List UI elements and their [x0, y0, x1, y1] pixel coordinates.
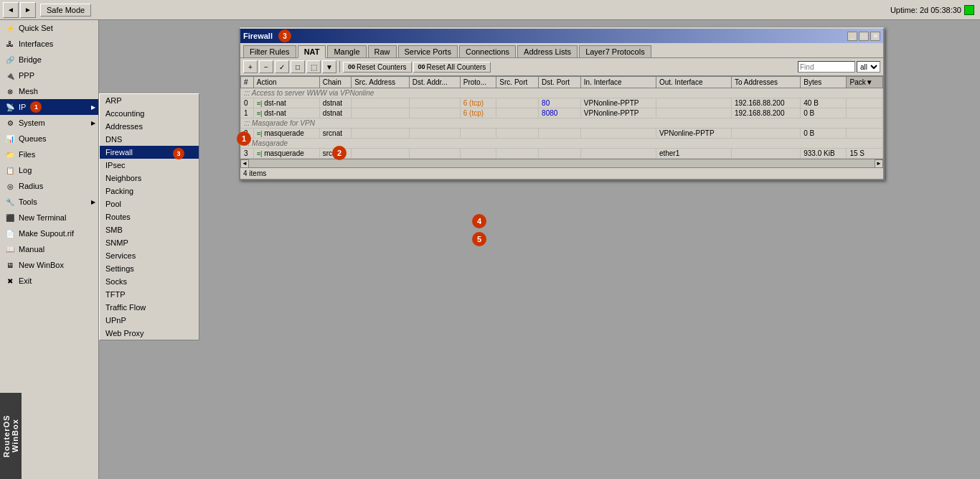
table-row[interactable]: 1 ≡| dst-nat dstnat 6 (tcp) 8080 VPNonli… [241, 108, 883, 118]
ip-menu-traffic-flow[interactable]: Traffic Flow [100, 301, 199, 314]
cell-in-interface [580, 149, 656, 159]
cell-in-interface: VPNonline-PPTP [580, 108, 656, 118]
ip-menu-dns[interactable]: DNS [100, 133, 199, 146]
tab-nat[interactable]: NAT [298, 45, 326, 58]
firewall-statusbar: 4 items [240, 167, 883, 179]
back-button[interactable]: ◄ [3, 2, 19, 18]
sidebar-item-ppp[interactable]: 🔌 PPP [0, 68, 98, 83]
col-action[interactable]: Action [253, 77, 319, 88]
sidebar-item-new-winbox[interactable]: 🖥 New WinBox [0, 257, 98, 273]
ip-menu-snmp[interactable]: SNMP [100, 236, 199, 249]
new-winbox-icon: 🖥 [4, 259, 16, 271]
col-chain[interactable]: Chain [319, 77, 351, 88]
ip-menu-ipsec[interactable]: IPsec [100, 159, 199, 172]
toolbar-separator [339, 61, 340, 73]
scroll-right-button[interactable]: ► [875, 159, 883, 168]
cell-proto [460, 129, 496, 139]
ip-menu-addresses[interactable]: Addresses [100, 120, 199, 133]
ip-menu-firewall[interactable]: Firewall 3 [100, 146, 199, 159]
system-arrow-icon: ▶ [91, 120, 95, 126]
table-row[interactable]: 0 ≡| dst-nat dstnat 6 (tcp) 80 VPNonline… [241, 98, 883, 108]
safe-mode-button[interactable]: Safe Mode [40, 4, 91, 17]
tab-raw[interactable]: Raw [368, 45, 397, 57]
sidebar-item-files[interactable]: 📁 Files [0, 147, 98, 162]
ip-menu-packing[interactable]: Packing [100, 185, 199, 197]
cell-to-addresses [731, 149, 800, 159]
enable-button[interactable]: ✓ [275, 60, 289, 73]
search-filter-select[interactable]: all [857, 61, 880, 73]
sidebar-item-exit[interactable]: ✖ Exit [0, 273, 98, 289]
copy-button[interactable]: □ [291, 60, 305, 73]
group-label-www: ::: Access to server WWW via VPNonline [241, 88, 883, 98]
cell-src-port [496, 98, 539, 108]
ip-menu-services[interactable]: Services [100, 249, 199, 262]
search-input[interactable] [798, 61, 855, 73]
firewall-titlebar: Firewall 3 _ □ ✕ [240, 29, 883, 43]
ip-menu-smb[interactable]: SMB [100, 223, 199, 236]
ip-menu-routes[interactable]: Routes [100, 210, 199, 223]
sidebar-item-new-terminal[interactable]: ⬛ New Terminal [0, 210, 98, 225]
reset-all-counters-button[interactable]: 00 Reset All Counters [413, 62, 491, 73]
ip-menu-neighbors[interactable]: Neighbors [100, 172, 199, 185]
sidebar-item-radius[interactable]: ◎ Radius [0, 178, 98, 194]
col-dst-port[interactable]: Dst. Port [539, 77, 581, 88]
col-src-port[interactable]: Src. Port [496, 77, 539, 88]
ip-menu-settings[interactable]: Settings [100, 262, 199, 275]
table-row[interactable]: 2 ≡| masquerade srcnat VPNonline-PPTP 0 [241, 129, 883, 139]
col-num[interactable]: # [241, 77, 254, 88]
filter-button[interactable]: ▼ [322, 60, 336, 73]
group-label-vpn: ::: Masqarade for VPN [241, 118, 883, 129]
scroll-track[interactable] [249, 159, 875, 167]
tab-filter-rules[interactable]: Filter Rules [243, 45, 296, 57]
forward-button[interactable]: ► [20, 2, 36, 18]
col-proto[interactable]: Proto... [460, 77, 496, 88]
col-packets[interactable]: Pack▼ [847, 77, 883, 88]
firewall-dropdown-badge: 3 [173, 148, 184, 159]
col-in-interface[interactable]: In. Interface [580, 77, 656, 88]
tab-service-ports[interactable]: Service Ports [398, 45, 458, 57]
cell-action: ≡| masquerade [253, 149, 319, 159]
sidebar-item-tools[interactable]: 🔧 Tools ▶ [0, 194, 98, 210]
ip-menu-arp[interactable]: ARP [100, 94, 199, 107]
sidebar-item-log[interactable]: 📋 Log [0, 162, 98, 178]
tab-connections[interactable]: Connections [459, 45, 516, 57]
sidebar-item-quick-set[interactable]: ⚡ Quick Set [0, 20, 98, 36]
sidebar-item-queues[interactable]: 📊 Queues [0, 131, 98, 147]
col-out-interface[interactable]: Out. Interface [656, 77, 731, 88]
ip-menu-socks[interactable]: Socks [100, 275, 199, 288]
remove-button[interactable]: − [259, 60, 273, 73]
ip-menu-upnp[interactable]: UPnP [100, 314, 199, 327]
tab-layer7[interactable]: Layer7 Protocols [579, 45, 651, 57]
ppp-icon: 🔌 [4, 70, 16, 81]
sidebar-item-mesh[interactable]: ⊗ Mesh [0, 83, 98, 99]
sidebar-item-bridge[interactable]: 🔗 Bridge [0, 52, 98, 68]
ip-menu-web-proxy[interactable]: Web Proxy [100, 327, 199, 340]
reset-counters-button[interactable]: 00 Reset Counters [343, 62, 412, 73]
scroll-left-button[interactable]: ◄ [240, 159, 249, 168]
uptime-led [964, 5, 974, 15]
tab-mangle[interactable]: Mangle [327, 45, 366, 57]
sidebar-item-ip[interactable]: 📡 IP 1 ▶ [0, 99, 98, 115]
cell-out-interface [656, 98, 731, 108]
cell-bytes: 933.0 KiB [801, 149, 847, 159]
sidebar-item-make-supout[interactable]: 📄 Make Supout.rif [0, 225, 98, 241]
tab-address-lists[interactable]: Address Lists [517, 45, 578, 57]
interfaces-icon: 🖧 [4, 38, 16, 50]
close-button[interactable]: ✕ [870, 32, 880, 41]
sidebar-item-interfaces[interactable]: 🖧 Interfaces [0, 36, 98, 52]
add-button[interactable]: + [243, 60, 258, 73]
maximize-button[interactable]: □ [859, 32, 869, 41]
ip-menu-tftp[interactable]: TFTP [100, 288, 199, 301]
sidebar-item-system[interactable]: ⚙ System ▶ [0, 115, 98, 131]
col-to-addresses[interactable]: To Addresses [731, 77, 800, 88]
paste-button[interactable]: ⬚ [306, 60, 321, 73]
ip-menu-pool[interactable]: Pool [100, 197, 199, 210]
cell-in-interface [580, 129, 656, 139]
minimize-button[interactable]: _ [847, 32, 857, 41]
col-src-address[interactable]: Src. Address [352, 77, 410, 88]
sidebar-item-manual[interactable]: 📖 Manual [0, 241, 98, 257]
ip-menu-accounting[interactable]: Accounting [100, 107, 199, 120]
col-dst-address[interactable]: Dst. Addr... [409, 77, 460, 88]
col-bytes[interactable]: Bytes [801, 77, 847, 88]
tools-arrow-icon: ▶ [91, 199, 95, 205]
